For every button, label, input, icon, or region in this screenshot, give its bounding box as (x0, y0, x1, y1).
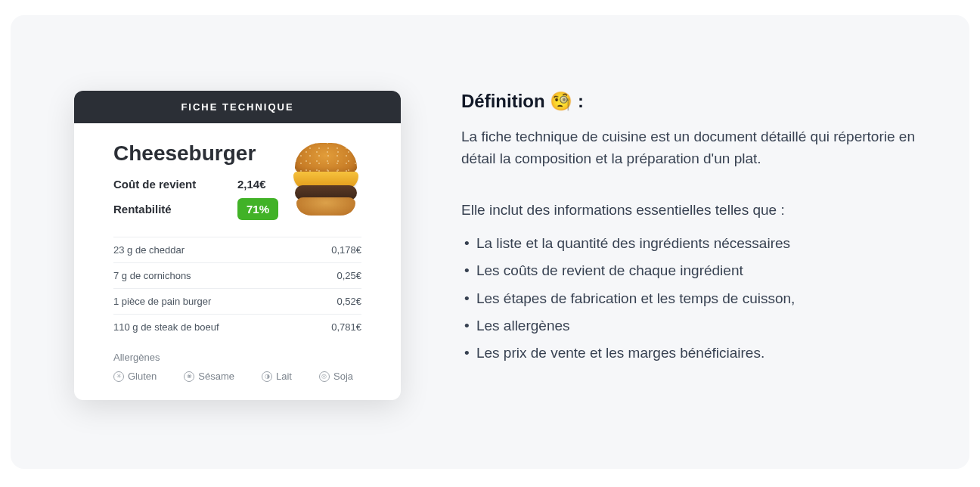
list-intro: Elle inclut des informations essentielle… (461, 199, 923, 221)
profit-badge: 71% (237, 198, 278, 220)
ingredient-price: 0,52€ (336, 296, 361, 307)
allergens-section: Allergènes ✳ Gluten ❀ Sésame ◑ Lait (113, 352, 361, 382)
ingredient-name: 7 g de cornichons (113, 270, 191, 281)
allergen-label: Sésame (198, 371, 234, 382)
definition-heading: Définition 🧐 : (461, 91, 923, 112)
ingredient-row: 23 g de cheddar 0,178€ (113, 237, 361, 263)
ingredient-name: 23 g de cheddar (113, 244, 185, 256)
recipe-title: Cheeseburger (113, 141, 278, 166)
page-container: FICHE TECHNIQUE Cheeseburger Coût de rev… (11, 15, 969, 469)
ingredient-name: 110 g de steak de boeuf (113, 321, 219, 333)
sesame-icon: ❀ (184, 371, 194, 382)
allergens-title: Allergènes (113, 352, 361, 363)
ingredient-row: 1 pièce de pain burger 0,52€ (113, 289, 361, 315)
ingredient-row: 110 g de steak de boeuf 0,781€ (113, 315, 361, 340)
cost-label: Coût de revient (113, 178, 219, 191)
profit-label: Rentabilité (113, 203, 219, 216)
allergen-label: Soja (333, 371, 353, 382)
metric-profit: Rentabilité 71% (113, 198, 278, 220)
allergen-item: ✳ Gluten (113, 371, 157, 382)
burger-illustration (289, 141, 361, 217)
recipe-card: FICHE TECHNIQUE Cheeseburger Coût de rev… (74, 91, 401, 400)
gluten-icon: ✳ (113, 371, 124, 382)
ingredient-name: 1 pièce de pain burger (113, 296, 211, 307)
ingredient-row: 7 g de cornichons 0,25€ (113, 263, 361, 289)
ingredient-price: 0,781€ (331, 321, 361, 333)
list-item: Les allergènes (461, 312, 923, 340)
metric-cost: Coût de revient 2,14€ (113, 178, 278, 191)
metrics: Coût de revient 2,14€ Rentabilité 71% (113, 178, 278, 220)
allergen-label: Gluten (128, 371, 157, 382)
definition-list: La liste et la quantité des ingrédients … (461, 230, 923, 366)
allergen-item: ◎ Soja (319, 371, 353, 382)
allergen-item: ◑ Lait (262, 371, 292, 382)
list-item: Les prix de vente et les marges bénéfici… (461, 340, 923, 367)
definition-paragraph: La fiche technique de cuisine est un doc… (461, 126, 923, 170)
card-title-metrics: Cheeseburger Coût de revient 2,14€ Renta… (113, 141, 278, 220)
card-header: FICHE TECHNIQUE (74, 91, 401, 123)
allergen-list: ✳ Gluten ❀ Sésame ◑ Lait ◎ Soja (113, 371, 361, 382)
allergen-label: Lait (276, 371, 292, 382)
milk-icon: ◑ (262, 371, 272, 382)
card-body: Cheeseburger Coût de revient 2,14€ Renta… (74, 123, 401, 400)
ingredients-list: 23 g de cheddar 0,178€ 7 g de cornichons… (113, 237, 361, 340)
soy-icon: ◎ (319, 371, 330, 382)
ingredient-price: 0,25€ (336, 270, 361, 281)
list-item: La liste et la quantité des ingrédients … (461, 230, 923, 257)
ingredient-price: 0,178€ (331, 244, 361, 256)
card-top-row: Cheeseburger Coût de revient 2,14€ Renta… (113, 141, 361, 220)
list-item: Les coûts de revient de chaque ingrédien… (461, 257, 923, 284)
list-item: Les étapes de fabrication et les temps d… (461, 285, 923, 312)
definition-section: Définition 🧐 : La fiche technique de cui… (461, 60, 923, 367)
cost-value: 2,14€ (237, 178, 266, 191)
allergen-item: ❀ Sésame (184, 371, 234, 382)
